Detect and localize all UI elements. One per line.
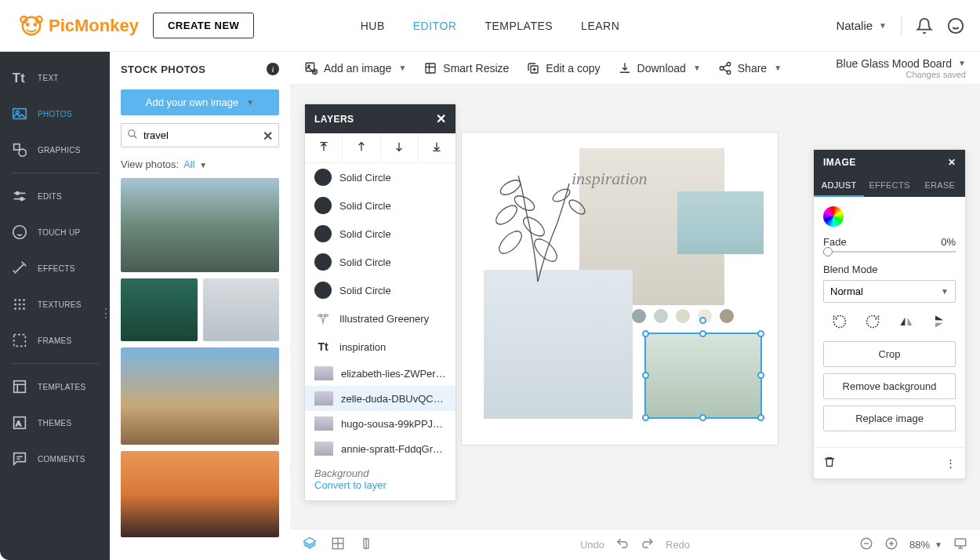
resize-handle[interactable] [642, 372, 649, 379]
present-button[interactable] [953, 536, 967, 553]
resize-handle[interactable] [642, 414, 649, 421]
crop-button[interactable]: Crop [823, 341, 956, 367]
redo-button[interactable] [641, 536, 655, 553]
share-menu[interactable]: Share▼ [718, 61, 782, 75]
stock-thumb[interactable] [121, 178, 279, 272]
view-filter-menu[interactable]: All ▼ [183, 158, 207, 170]
rail-photos[interactable]: PHOTOS [0, 96, 110, 132]
resize-handle[interactable] [757, 330, 764, 337]
nav-hub[interactable]: HUB [361, 20, 385, 32]
user-menu[interactable]: Natalie▼ [836, 19, 887, 32]
clear-search-button[interactable]: ✕ [263, 128, 273, 143]
delete-layer-button[interactable] [823, 456, 836, 471]
rail-comments[interactable]: COMMENTS [0, 441, 110, 477]
layer-up-button[interactable] [343, 133, 380, 162]
add-image-menu[interactable]: Add an image▼ [304, 61, 406, 75]
flip-horizontal-button[interactable] [898, 314, 914, 332]
rail-text[interactable]: TtTEXT [0, 60, 110, 96]
selected-image[interactable] [644, 333, 762, 419]
add-own-image-button[interactable]: Add your own image▼ [121, 89, 279, 115]
resize-handle[interactable] [699, 414, 706, 421]
zoom-in-button[interactable] [884, 536, 898, 553]
rail-edits[interactable]: EDITS [0, 178, 110, 214]
canvas-image[interactable] [484, 270, 633, 419]
color-dot[interactable] [676, 309, 690, 323]
stock-thumb[interactable] [121, 451, 279, 537]
rail-themes[interactable]: ATHEMES [0, 405, 110, 441]
script-text[interactable]: inspiration [572, 169, 648, 189]
layer-item[interactable]: Illustrated Greenery [305, 304, 456, 333]
rail-textures[interactable]: TEXTURES [0, 286, 110, 322]
canvas-image[interactable] [677, 191, 764, 254]
convert-to-layer-link[interactable]: Convert to layer [314, 479, 446, 491]
layer-item[interactable]: elizabeth-lies-ZWPerNI… [305, 361, 456, 386]
rotate-cw-button[interactable] [865, 314, 880, 332]
close-image-panel-button[interactable]: ✕ [948, 157, 956, 168]
color-dot[interactable] [632, 309, 646, 323]
blend-mode-select[interactable]: Normal▼ [823, 280, 956, 303]
resize-handle[interactable] [757, 414, 764, 421]
rail-frames[interactable]: FRAMES [0, 322, 110, 358]
info-button[interactable]: i [267, 63, 279, 75]
close-layers-button[interactable]: ✕ [436, 111, 447, 126]
zoom-level-menu[interactable]: 88%▼ [909, 539, 942, 551]
rail-touchup[interactable]: TOUCH UP [0, 214, 110, 250]
color-dot[interactable] [654, 309, 668, 323]
resize-handle[interactable] [757, 372, 764, 379]
stock-thumb[interactable] [121, 347, 279, 445]
rail-templates[interactable]: TEMPLATES [0, 369, 110, 405]
smart-resize-button[interactable]: Smart Resize [423, 61, 509, 75]
emoji-button[interactable] [947, 17, 964, 35]
layer-item[interactable]: hugo-sousa-99kPPJPed… [305, 411, 456, 436]
resize-handle[interactable] [699, 330, 706, 337]
layer-item[interactable]: Solid Circle [305, 248, 456, 276]
thumbnails-list[interactable] [110, 178, 290, 560]
rail-graphics[interactable]: GRAPHICS [0, 132, 110, 168]
rail-effects[interactable]: EFFECTS [0, 250, 110, 286]
layer-item[interactable]: Solid Circle [305, 276, 456, 304]
rotate-ccw-button[interactable] [832, 314, 848, 332]
tab-erase[interactable]: ERASE [915, 175, 965, 197]
edit-copy-button[interactable]: Edit a copy [526, 61, 600, 75]
layer-down-button[interactable] [381, 133, 419, 162]
fade-slider[interactable] [823, 251, 956, 253]
color-dot[interactable] [720, 309, 734, 323]
undo-button[interactable] [615, 536, 630, 553]
download-menu[interactable]: Download▼ [618, 61, 701, 75]
replace-image-button[interactable]: Replace image [823, 405, 956, 431]
project-name-menu[interactable]: Blue Glass Mood Board▼ [836, 57, 966, 70]
align-toggle-button[interactable] [359, 536, 373, 554]
canvas[interactable]: inspiration [461, 132, 779, 445]
flip-vertical-button[interactable] [931, 314, 947, 332]
slider-thumb[interactable] [823, 247, 833, 256]
nav-templates[interactable]: TEMPLATES [485, 20, 553, 32]
nav-learn[interactable]: LEARN [581, 20, 619, 32]
more-dots[interactable]: ⋮ [100, 306, 112, 321]
color-picker-button[interactable] [823, 206, 844, 227]
layer-to-front-button[interactable] [305, 133, 343, 162]
tab-adjust[interactable]: ADJUST [814, 175, 864, 197]
notifications-button[interactable] [916, 17, 933, 35]
nav-editor[interactable]: EDITOR [413, 20, 457, 32]
zoom-out-button[interactable] [859, 536, 873, 553]
flip-h-icon [898, 314, 914, 329]
stock-thumb[interactable] [203, 278, 280, 341]
grid-toggle-button[interactable] [331, 536, 345, 554]
layer-item[interactable]: annie-spratt-FddqGrvw… [305, 436, 456, 461]
more-options-button[interactable]: ⋮ [946, 457, 956, 469]
rotate-handle[interactable] [699, 317, 706, 324]
brand-logo[interactable]: PicMonkey [19, 13, 139, 38]
create-new-button[interactable]: CREATE NEW [153, 13, 254, 38]
resize-handle[interactable] [642, 330, 649, 337]
remove-background-button[interactable]: Remove background [823, 373, 956, 399]
layer-item[interactable]: zelle-duda-DBUvQCYN… [305, 386, 456, 411]
layer-item[interactable]: Solid Circle [305, 220, 456, 248]
layer-to-back-button[interactable] [419, 133, 456, 162]
tab-effects[interactable]: EFFECTS [864, 175, 914, 197]
stock-thumb[interactable] [121, 278, 198, 341]
layer-item[interactable]: Solid Circle [305, 163, 456, 191]
search-input[interactable] [121, 123, 279, 147]
layers-toggle-button[interactable] [303, 536, 317, 554]
layer-item[interactable]: Solid Circle [305, 191, 456, 220]
layer-item[interactable]: Ttinspiration [305, 333, 456, 361]
